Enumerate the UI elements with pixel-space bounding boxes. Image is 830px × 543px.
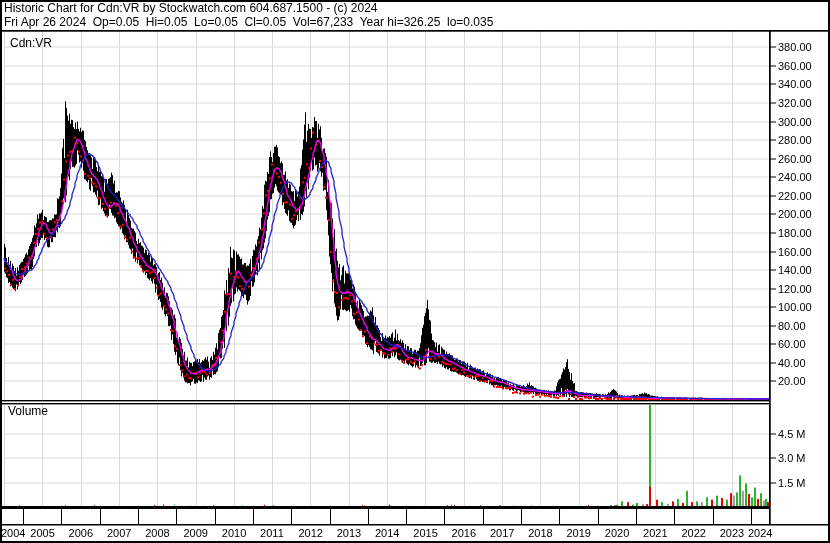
year-axis-label: 2009 [184, 527, 208, 539]
year-axis-label: 2020 [605, 527, 629, 539]
volume-axis-tick-label: 3.0 M [778, 452, 806, 464]
year-axis-label: 2013 [337, 527, 361, 539]
price-axis-tick-label: 160.00 [778, 246, 812, 258]
price-axis-tick-label: 280.00 [778, 134, 812, 146]
price-axis-tick-label: 240.00 [778, 171, 812, 183]
price-axis-tick-label: 300.00 [778, 116, 812, 128]
historic-chart-window: Historic Chart for Cdn:VR by Stockwatch.… [0, 0, 830, 543]
price-axis-tick-label: 360.00 [778, 60, 812, 72]
price-volume-chart-canvas [0, 0, 830, 543]
volume-pane-label: Volume [8, 404, 48, 418]
year-axis-label: 2010 [222, 527, 246, 539]
price-axis-tick-label: 40.00 [778, 357, 806, 369]
year-axis-label: 2023 [720, 527, 744, 539]
year-axis-label: 2018 [528, 527, 552, 539]
year-axis-label: 2015 [413, 527, 437, 539]
price-axis-tick-label: 220.00 [778, 190, 812, 202]
price-pane-label: Cdn:VR [10, 36, 52, 50]
price-axis-tick-label: 320.00 [778, 97, 812, 109]
year-axis-label: 2008 [145, 527, 169, 539]
price-axis-tick-label: 260.00 [778, 153, 812, 165]
year-axis-label: 2021 [643, 527, 667, 539]
chart-quote-summary: Fri Apr 26 2024 Op=0.05 Hi=0.05 Lo=0.05 … [4, 16, 493, 29]
price-axis-tick-label: 120.00 [778, 283, 812, 295]
volume-axis-tick-label: 1.5 M [778, 477, 806, 489]
price-axis-tick-label: 80.00 [778, 320, 806, 332]
year-axis-label: 2016 [452, 527, 476, 539]
price-axis-tick-label: 100.00 [778, 301, 812, 313]
price-axis-tick-label: 380.00 [778, 41, 812, 53]
volume-axis-tick-label: 4.5 M [778, 428, 806, 440]
year-axis-label: 2007 [107, 527, 131, 539]
year-axis-label: 2006 [69, 527, 93, 539]
price-axis-tick-label: 180.00 [778, 227, 812, 239]
price-axis-tick-label: 200.00 [778, 208, 812, 220]
year-axis-label: 2005 [30, 527, 54, 539]
year-axis-label: 2004 [1, 527, 25, 539]
price-axis-tick-label: 20.00 [778, 375, 806, 387]
price-axis-tick-label: 60.00 [778, 338, 806, 350]
year-axis-label: 2012 [298, 527, 322, 539]
chart-title: Historic Chart for Cdn:VR by Stockwatch.… [4, 2, 378, 15]
year-axis-label: 2011 [260, 527, 284, 539]
price-axis-tick-label: 140.00 [778, 264, 812, 276]
year-axis-label: 2017 [490, 527, 514, 539]
year-axis-label: 2014 [375, 527, 399, 539]
year-axis-label: 2024 [748, 527, 772, 539]
year-axis-label: 2022 [681, 527, 705, 539]
year-axis-label: 2019 [567, 527, 591, 539]
price-axis-tick-label: 340.00 [778, 78, 812, 90]
